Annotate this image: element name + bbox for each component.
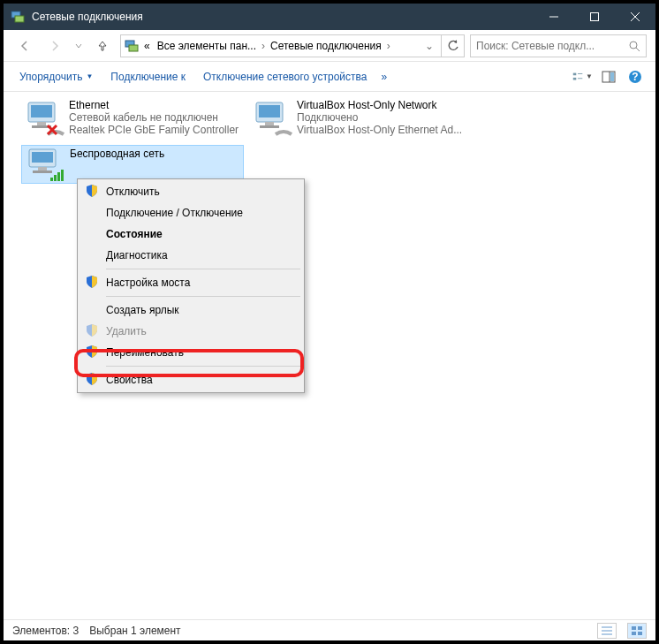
help-button[interactable]: ? [624, 65, 647, 88]
ctx-shortcut[interactable]: Создать ярлык [80, 299, 302, 321]
svg-text:?: ? [632, 71, 638, 83]
breadcrumb-2[interactable]: Сетевые подключения [269, 40, 383, 52]
ethernet-icon [251, 99, 293, 140]
tiles-view-button[interactable] [627, 623, 647, 639]
separator [106, 296, 300, 297]
address-row: « Все элементы пан... › Сетевые подключе… [4, 30, 655, 62]
context-menu: Отключить Подключение / Отключение Состо… [77, 178, 305, 393]
svg-rect-1 [15, 16, 24, 22]
view-options-button[interactable]: ▼ [571, 65, 594, 88]
control-panel-icon [125, 39, 139, 53]
breadcrumb-prefix: « [142, 40, 152, 52]
ethernet-icon [23, 99, 65, 140]
svg-rect-43 [638, 632, 642, 635]
adapter-virtualbox[interactable]: VirtualBox Host-Only Network Подключено … [249, 97, 472, 140]
address-bar[interactable]: « Все элементы пан... › Сетевые подключе… [120, 34, 442, 57]
svg-rect-30 [32, 152, 53, 163]
svg-rect-41 [638, 626, 642, 630]
separator [106, 366, 300, 367]
svg-rect-3 [591, 13, 599, 21]
adapter-ethernet[interactable]: Ethernet Сетевой кабель не подключен Rea… [21, 97, 244, 140]
organize-menu[interactable]: Упорядочить▼ [12, 67, 100, 87]
command-bar: Упорядочить▼ Подключение к Отключение се… [4, 62, 655, 92]
minimize-button[interactable] [534, 4, 574, 30]
svg-rect-28 [260, 125, 279, 128]
recent-dropdown[interactable] [72, 34, 85, 58]
back-button[interactable] [12, 34, 37, 58]
svg-rect-32 [33, 170, 52, 173]
separator [106, 269, 300, 269]
chevron-down-icon[interactable]: ⌄ [421, 40, 437, 52]
search-icon [628, 40, 640, 52]
shield-icon [85, 345, 99, 359]
shield-icon [85, 275, 99, 289]
svg-rect-10 [573, 72, 577, 75]
svg-rect-11 [573, 77, 577, 80]
ctx-rename[interactable]: Переименовать [80, 342, 302, 363]
svg-rect-34 [54, 175, 57, 181]
shield-icon [85, 372, 99, 386]
svg-rect-36 [61, 170, 64, 181]
svg-rect-26 [259, 105, 280, 117]
window-title: Сетевые подключения [32, 11, 534, 23]
ctx-delete: Удалить [80, 321, 302, 342]
adapter-name: Беспроводная сеть [70, 148, 241, 160]
selection-count: Выбран 1 элемент [89, 625, 180, 637]
svg-line-9 [636, 48, 640, 51]
status-bar: Элементов: 3 Выбран 1 элемент [4, 619, 655, 640]
refresh-button[interactable] [442, 34, 465, 57]
ctx-diagnose[interactable]: Диагностика [80, 245, 302, 266]
close-button[interactable] [615, 4, 655, 30]
svg-rect-21 [37, 122, 46, 125]
adapter-device: VirtualBox Host-Only Ethernet Ad... [297, 124, 470, 136]
shield-icon [85, 184, 99, 198]
svg-rect-27 [265, 122, 274, 125]
adapter-name: VirtualBox Host-Only Network [297, 99, 470, 111]
adapter-name: Ethernet [69, 99, 242, 111]
svg-rect-16 [610, 72, 614, 81]
chevron-right-icon[interactable]: › [387, 40, 390, 52]
titlebar: Сетевые подключения [4, 4, 655, 30]
maximize-button[interactable] [574, 4, 615, 30]
ctx-connect-disconnect[interactable]: Подключение / Отключение [80, 202, 302, 224]
breadcrumb-1[interactable]: Все элементы пан... [155, 40, 258, 52]
svg-rect-33 [50, 178, 53, 181]
content-area[interactable]: Ethernet Сетевой кабель не подключен Rea… [4, 92, 655, 622]
network-connections-icon [11, 10, 25, 24]
adapter-status: Подключено [297, 111, 470, 124]
adapter-device: Realtek PCIe GbE Family Controller [69, 124, 242, 136]
ctx-properties[interactable]: Свойства [80, 369, 302, 390]
overflow-button[interactable]: » [377, 67, 390, 87]
adapter-status: Сетевой кабель не подключен [69, 111, 242, 124]
item-count: Элементов: 3 [12, 625, 79, 637]
shield-icon [85, 323, 99, 337]
ctx-bridge[interactable]: Настройка моста [80, 272, 302, 293]
wifi-icon [24, 148, 66, 188]
search-input[interactable] [476, 40, 623, 52]
connect-to-button[interactable]: Подключение к [103, 67, 193, 87]
ctx-status[interactable]: Состояние [80, 224, 302, 245]
details-view-button[interactable] [597, 623, 617, 639]
search-box[interactable] [470, 34, 647, 57]
svg-rect-42 [632, 632, 636, 635]
svg-rect-20 [31, 105, 52, 117]
ctx-disable[interactable]: Отключить [80, 181, 302, 202]
svg-rect-40 [632, 626, 636, 630]
chevron-right-icon[interactable]: › [261, 40, 265, 52]
forward-button[interactable] [42, 34, 67, 58]
svg-rect-7 [129, 45, 138, 51]
disable-device-button[interactable]: Отключение сетевого устройства [196, 67, 374, 87]
up-button[interactable] [90, 34, 115, 58]
svg-rect-35 [57, 172, 60, 181]
svg-rect-31 [38, 167, 47, 170]
svg-point-8 [630, 42, 637, 49]
preview-pane-button[interactable] [597, 65, 620, 88]
